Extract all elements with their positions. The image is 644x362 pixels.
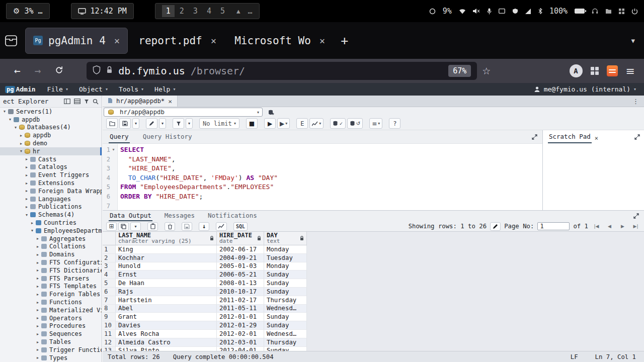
tree-item-sequences[interactable]: ▸Sequences [0,330,102,338]
cell[interactable]: Almeida Castro [116,338,217,347]
power-icon[interactable] [631,8,638,15]
explain-analyze-button[interactable]: ▾ [309,118,324,129]
tab-query-history[interactable]: Query History [142,133,193,143]
first-page-button[interactable]: |◀ [592,222,601,230]
lock-icon[interactable] [106,66,113,76]
code-line[interactable]: SELECT [120,145,542,155]
download-results-button[interactable]: ↓ [199,222,209,231]
account-avatar[interactable]: A [570,64,583,77]
code-line[interactable] [120,202,542,210]
cell[interactable]: 2002-06-17 [217,245,264,254]
firefox-view-icon[interactable] [5,35,17,46]
tree-item-fts-dictionaries[interactable]: ▸FTS Dictionaries [0,266,102,275]
expand-arrow-icon[interactable]: ▸ [35,260,40,265]
save-file-button[interactable] [119,118,131,129]
code-line[interactable]: TO_CHAR("HIRE_DATE", 'FMDay') AS "DAY" [120,173,542,183]
cell[interactable]: Sunday [264,347,307,351]
commit-button[interactable]: ✓ [330,118,346,129]
row-number[interactable]: 4 [103,270,116,279]
expand-icon[interactable] [634,134,640,140]
graph-visualiser-button[interactable] [216,222,227,231]
row-number[interactable]: 13 [103,347,116,351]
edit-dropdown-icon[interactable]: ▾ [159,118,166,129]
row-number[interactable]: 11 [103,330,116,338]
cell[interactable]: 2006-05-21 [217,270,264,279]
row-number[interactable]: 3 [103,262,116,271]
code-line[interactable]: FROM "EmployeesDepartments"."EMPLOYEES" [120,183,542,192]
clock-button[interactable]: 12:42 PM [71,3,134,19]
menu-tools[interactable]: Tools▾ [113,83,149,96]
filter-dropdown-icon[interactable]: ▾ [186,118,193,129]
extensions-icon[interactable] [591,67,599,75]
copy-button[interactable] [118,222,129,231]
expand-arrow-icon[interactable]: ▸ [24,197,29,201]
tree-item-aggregates[interactable]: ▸Aggregates [0,235,102,243]
tree-item-domains[interactable]: ▸Domains [0,250,102,258]
tree-item-appdb[interactable]: ▸appdb [0,131,102,139]
cell[interactable]: Grant [116,313,217,321]
delete-row-button[interactable] [165,222,175,231]
extension-orange-icon[interactable] [607,65,618,76]
filter-button[interactable] [173,118,184,129]
tab-query[interactable]: Query [109,133,130,143]
cell[interactable]: 2012-01-01 [217,313,264,321]
close-icon[interactable]: × [168,98,172,105]
tree-item-trigger-functions[interactable]: ▸Trigger Functions [0,346,102,354]
copy-dropdown-icon[interactable]: ▾ [130,222,141,231]
row-number[interactable]: 6 [103,288,116,296]
explain-button[interactable]: E [296,118,308,129]
browser-tab[interactable]: Microsoft Wo× [227,28,333,54]
open-file-button[interactable] [106,118,118,129]
forward-button[interactable]: → [28,65,48,77]
cell[interactable]: Hunold [116,262,217,271]
tree-item-operators[interactable]: ▸Operators [0,314,102,322]
cell[interactable]: 2012-02-01 [217,330,264,338]
cell[interactable]: De Haan [116,279,217,288]
expand-arrow-icon[interactable]: ▸ [35,332,40,336]
cell[interactable]: 2011-02-17 [217,296,264,305]
tree-item-functions[interactable]: ▸Functions [0,298,102,306]
expand-arrow-icon[interactable]: ▸ [35,347,40,352]
cell[interactable]: 2010-10-17 [217,288,264,296]
expand-arrow-icon[interactable]: ▸ [35,252,40,257]
reload-button[interactable] [48,65,70,77]
expand-arrow-icon[interactable]: ▸ [24,205,29,209]
cell[interactable]: Wednesd… [264,330,307,338]
cell[interactable]: Thursday [264,338,307,347]
tree-item-employeesdepartments[interactable]: ▾EmployeesDepartments [0,227,102,235]
cell[interactable]: Kochhar [116,254,217,262]
cell[interactable]: Monday [264,245,307,254]
tree-item-event-triggers[interactable]: ▸Event Triggers [0,171,102,179]
execute-options-button[interactable]: ▶▾ [277,118,290,129]
expand-arrow-icon[interactable]: ▸ [24,189,29,193]
help-button[interactable]: ? [389,118,400,129]
row-number[interactable]: 2 [103,254,116,262]
tree-item-schemas-4[interactable]: ▾Schemas(4) [0,211,102,219]
cell[interactable]: 2012-03-01 [217,338,264,347]
menu-object[interactable]: Object▾ [73,83,113,96]
editor-code[interactable]: SELECT "LAST_NAME", "HIRE_DATE", TO_CHAR… [118,144,542,210]
tree-item-types[interactable]: ▸Types [0,354,102,362]
scrollbar-thumb[interactable] [100,147,102,155]
back-button[interactable]: ← [7,65,28,77]
row-number[interactable]: 10 [103,321,116,330]
cell[interactable]: Ernst [116,270,217,279]
tree-item-foreign-data-wrappers[interactable]: ▸Foreign Data Wrappers [0,187,102,195]
menu-help[interactable]: Help▾ [149,83,181,96]
row-number[interactable]: 9 [103,313,116,321]
cell[interactable]: Davies [116,321,217,330]
save-data-button[interactable] [182,222,192,231]
shield-icon[interactable] [93,65,101,76]
row-number[interactable]: 8 [103,305,116,313]
tree-item-extensions[interactable]: ▸Extensions [0,179,102,187]
expand-arrow-icon[interactable]: ▸ [35,300,40,305]
tree-item-databases-4[interactable]: ▾Databases(4) [0,124,102,132]
tree-item-countries[interactable]: ▸Countries [0,219,102,227]
tree-item-appdb[interactable]: ▾appdb [0,116,102,124]
cell[interactable]: 2008-01-13 [217,279,264,288]
cell[interactable]: King [116,245,217,254]
cell[interactable]: Sunday [264,313,307,321]
cell[interactable]: Sunday [264,288,307,296]
expand-arrow-icon[interactable]: ▸ [24,165,29,169]
expand-arrow-icon[interactable]: ▸ [35,292,40,297]
